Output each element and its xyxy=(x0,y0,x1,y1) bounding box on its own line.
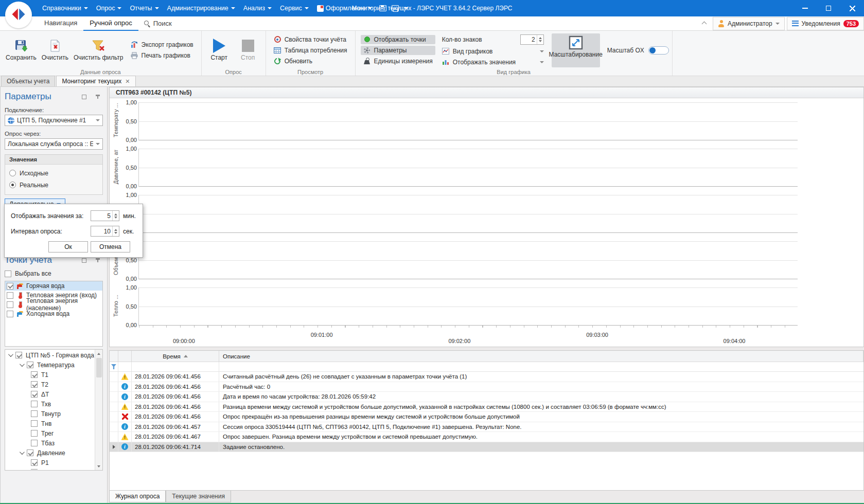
clear-button[interactable]: Очистить xyxy=(39,37,71,64)
checkbox[interactable] xyxy=(27,449,33,456)
document-tab[interactable]: Мониторинг текущих ✕ xyxy=(56,76,135,86)
tree-row[interactable]: Тбаз xyxy=(6,438,94,448)
connection-select[interactable]: ЦТП 5, Подключение #1 xyxy=(5,115,103,126)
menu-item[interactable]: Оформление xyxy=(313,3,377,14)
checkbox[interactable] xyxy=(31,420,38,427)
filter-time-cell[interactable] xyxy=(132,362,219,371)
checkbox[interactable] xyxy=(31,371,38,378)
select-all-row[interactable]: Выбрать все xyxy=(5,269,103,278)
quick-print-icon[interactable] xyxy=(392,5,399,11)
checkbox[interactable] xyxy=(7,292,13,299)
user-menu-button[interactable]: Администратор xyxy=(713,17,785,30)
menu-item[interactable]: Анализ xyxy=(239,3,276,14)
checkbox[interactable] xyxy=(31,410,38,417)
stepper-arrows[interactable] xyxy=(537,35,543,44)
up-arrow-icon[interactable] xyxy=(114,229,117,231)
scrollbar-thumb[interactable] xyxy=(96,358,102,377)
value-stepper[interactable]: 5 xyxy=(91,210,119,221)
tree-row[interactable]: Температура xyxy=(6,360,94,370)
checkbox[interactable] xyxy=(27,362,33,368)
stepper-value[interactable]: 5 xyxy=(91,211,112,221)
down-arrow-icon[interactable] xyxy=(114,217,117,219)
checkbox[interactable] xyxy=(31,469,38,470)
plot-area[interactable]: 1,00 0,50 0,00 xyxy=(138,195,798,233)
log-row[interactable]: 28.01.2026 09:06:41.456 Разница времени … xyxy=(110,402,863,412)
minimize-button[interactable] xyxy=(793,0,817,16)
checkbox[interactable] xyxy=(31,440,38,446)
search-box[interactable]: Поиск xyxy=(144,20,172,27)
document-tab[interactable]: Объекты учета ✕ xyxy=(1,76,55,86)
print-charts-button[interactable]: Печать графиков xyxy=(128,51,196,60)
charts-view-button[interactable]: Вид графиков xyxy=(439,47,546,56)
poll-via-select[interactable]: Локальная служба опроса :: Eth... xyxy=(5,138,103,150)
collapse-ribbon-button[interactable] xyxy=(697,21,711,27)
parameters-button[interactable]: Параметры xyxy=(361,46,435,55)
pin-icon[interactable] xyxy=(96,95,100,99)
checkbox[interactable] xyxy=(7,301,13,308)
checkbox[interactable] xyxy=(31,430,38,437)
radio-icon[interactable] xyxy=(9,182,16,188)
radio-option[interactable]: Реальные xyxy=(9,179,98,191)
notifications-button[interactable]: Уведомления 753 xyxy=(787,17,864,30)
tree-row[interactable]: Р2 xyxy=(6,467,94,470)
units-button[interactable]: Единицы измерения xyxy=(361,57,435,66)
log-row[interactable]: 28.01.2026 09:06:41.714 Задание остановл… xyxy=(110,442,863,453)
tree-row[interactable]: Тнв xyxy=(6,419,94,428)
filter-description-cell[interactable] xyxy=(219,362,863,371)
log-row[interactable]: 28.01.2026 09:06:41.456 Опрос прекращён … xyxy=(110,412,863,422)
radio-icon[interactable] xyxy=(9,170,16,176)
menu-item[interactable]: Опрос xyxy=(92,3,126,14)
point-properties-button[interactable]: Свойства точки учёта xyxy=(271,35,350,44)
qat-chevron-down-icon[interactable] xyxy=(404,7,408,9)
tree-row[interactable]: Т2 xyxy=(6,380,94,389)
ribbon-tab[interactable]: Навигация xyxy=(38,16,83,31)
close-tab-icon[interactable]: ✕ xyxy=(125,79,130,84)
tree-row[interactable]: Тхв xyxy=(6,399,94,409)
log-description-column-header[interactable]: Описание xyxy=(219,351,863,362)
checkbox[interactable] xyxy=(31,391,38,398)
tree-row[interactable]: Р1 xyxy=(6,458,94,467)
plot-area[interactable]: 1,00 0,50 0,00 xyxy=(138,149,798,187)
plot-area[interactable]: 1,00 0,50 0,00 xyxy=(138,287,798,326)
clear-filter-button[interactable]: Очистить фильтр xyxy=(71,37,126,64)
tree-row[interactable]: ΔТ xyxy=(6,389,94,399)
scale-ox-toggle[interactable] xyxy=(648,46,669,55)
log-time-column-header[interactable]: Время xyxy=(132,351,219,362)
menu-item[interactable]: Отчеты xyxy=(126,3,163,14)
bottom-tab[interactable]: Текущие значения xyxy=(166,491,231,502)
filter-funnel-icon[interactable] xyxy=(111,364,116,369)
zooming-button[interactable]: Масштабирование xyxy=(552,33,600,67)
checkbox[interactable] xyxy=(31,401,38,407)
plot-area[interactable]: 1,00 0,50 0,00 xyxy=(138,241,798,279)
scroll-up-icon[interactable] xyxy=(95,350,102,357)
close-button[interactable] xyxy=(840,0,864,16)
ribbon-tab[interactable]: Ручной опрос xyxy=(83,16,138,31)
checkbox[interactable] xyxy=(7,283,13,290)
tree-scrollbar[interactable] xyxy=(95,350,102,470)
select-all-checkbox[interactable] xyxy=(5,271,11,277)
quick-save-icon[interactable] xyxy=(379,5,386,11)
menu-item[interactable]: Сервис xyxy=(276,3,313,14)
log-row[interactable]: 28.01.2026 09:06:41.456 Считанный расчёт… xyxy=(110,372,863,382)
value-stepper[interactable]: 10 xyxy=(91,226,119,237)
menu-item[interactable]: Администрирование xyxy=(163,3,239,14)
down-arrow-icon[interactable] xyxy=(539,40,542,42)
filter-cell[interactable] xyxy=(118,362,132,371)
radio-option[interactable]: Исходные xyxy=(9,167,98,179)
tree-row[interactable]: Т1 xyxy=(6,370,94,380)
log-row[interactable]: 28.01.2026 09:06:41.456 Дата и время по … xyxy=(110,392,863,402)
tree-row[interactable]: Твнутр xyxy=(6,409,94,419)
checkbox[interactable] xyxy=(7,311,13,317)
up-arrow-icon[interactable] xyxy=(539,37,542,39)
point-list-item[interactable]: Горячая вода xyxy=(5,281,102,291)
tree-row[interactable]: ЦТП №5 - Горячая вода xyxy=(6,350,94,360)
scroll-down-icon[interactable] xyxy=(95,462,102,470)
tree-row[interactable]: Давление xyxy=(6,448,94,458)
stepper-arrows[interactable] xyxy=(112,226,119,236)
chevron-down-icon[interactable] xyxy=(8,352,13,357)
stepper-arrows[interactable] xyxy=(112,211,119,221)
export-charts-button[interactable]: Экспорт графиков xyxy=(128,40,196,49)
maximize-panel-icon[interactable] xyxy=(82,95,86,99)
refresh-button[interactable]: Обновить xyxy=(271,57,350,66)
log-row[interactable]: 28.01.2026 09:06:41.467 Опрос завершен. … xyxy=(110,432,863,442)
